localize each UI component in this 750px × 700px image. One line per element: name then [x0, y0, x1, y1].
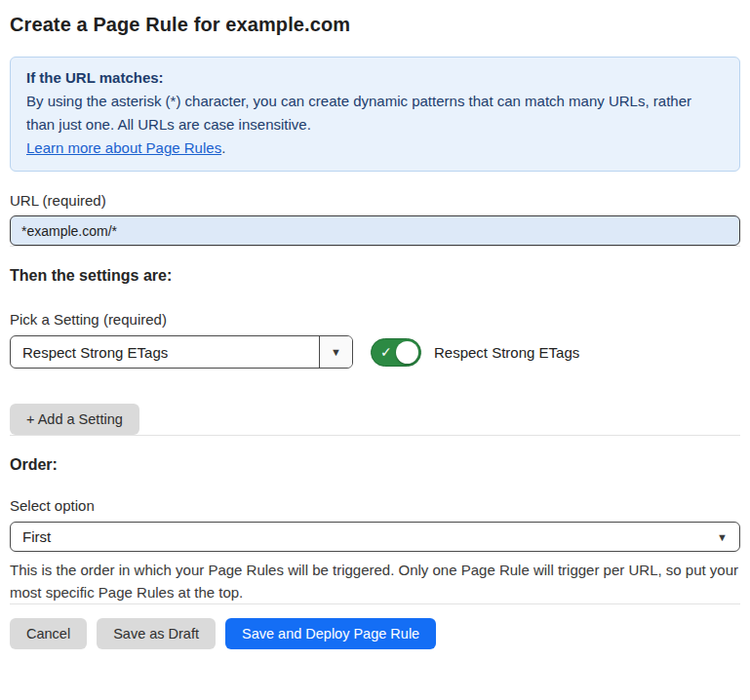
setting-picker-label: Pick a Setting (required)	[10, 311, 740, 328]
chevron-down-icon: ▼	[717, 531, 728, 543]
cancel-button[interactable]: Cancel	[10, 618, 87, 649]
page-title: Create a Page Rule for example.com	[10, 14, 740, 36]
order-section-heading: Order:	[10, 456, 740, 474]
info-link-line: Learn more about Page Rules.	[26, 136, 724, 160]
save-draft-button[interactable]: Save as Draft	[97, 618, 216, 649]
toggle-label: Respect Strong ETags	[434, 344, 579, 361]
setting-select-value: Respect Strong ETags	[11, 336, 319, 368]
divider	[10, 246, 740, 247]
add-setting-button[interactable]: + Add a Setting	[10, 404, 139, 435]
order-select[interactable]: First ▼	[10, 522, 740, 552]
setting-select[interactable]: Respect Strong ETags ▼	[10, 335, 353, 369]
setting-row: Respect Strong ETags ▼ ✓ Respect Strong …	[10, 335, 740, 369]
info-body-text: By using the asterisk (*) character, you…	[26, 90, 724, 136]
info-heading: If the URL matches:	[26, 66, 724, 90]
chevron-down-icon[interactable]: ▼	[319, 336, 352, 368]
settings-section-heading: Then the settings are:	[10, 267, 740, 285]
check-icon: ✓	[380, 345, 392, 359]
url-match-info-callout: If the URL matches: By using the asteris…	[10, 57, 740, 172]
learn-more-link[interactable]: Learn more about Page Rules	[26, 139, 221, 156]
footer-actions: Cancel Save as Draft Save and Deploy Pag…	[10, 618, 740, 649]
info-link-suffix: .	[221, 139, 225, 156]
toggle-knob	[396, 341, 418, 364]
order-help-text: This is the order in which your Page Rul…	[10, 559, 740, 603]
divider	[10, 435, 740, 436]
url-field-label: URL (required)	[10, 192, 740, 209]
order-select-value: First	[22, 528, 51, 545]
divider	[10, 603, 740, 604]
order-select-label: Select option	[10, 497, 740, 514]
setting-toggle[interactable]: ✓	[371, 338, 421, 367]
save-deploy-button[interactable]: Save and Deploy Page Rule	[225, 618, 436, 649]
url-input[interactable]	[10, 215, 740, 246]
